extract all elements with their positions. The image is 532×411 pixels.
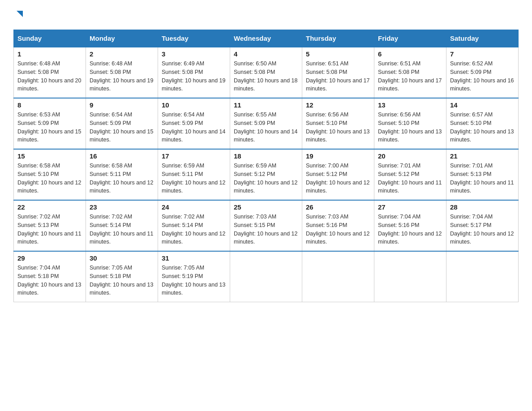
day-info: Sunrise: 6:57 AM Sunset: 5:10 PM Dayligh… [450, 111, 515, 144]
calendar-day-cell: 13 Sunrise: 6:56 AM Sunset: 5:10 PM Dayl… [374, 98, 446, 149]
day-number: 12 [306, 101, 370, 109]
day-info: Sunrise: 6:54 AM Sunset: 5:09 PM Dayligh… [90, 111, 154, 144]
calendar-day-cell [230, 251, 302, 302]
page-header [13, 9, 519, 21]
calendar-day-cell: 21 Sunrise: 7:01 AM Sunset: 5:13 PM Dayl… [446, 149, 519, 200]
calendar-day-cell: 4 Sunrise: 6:50 AM Sunset: 5:08 PM Dayli… [230, 47, 302, 98]
day-number: 2 [90, 50, 154, 58]
calendar-day-cell [446, 251, 519, 302]
day-number: 14 [450, 101, 515, 109]
day-number: 30 [90, 254, 154, 262]
day-number: 29 [17, 254, 82, 262]
day-number: 13 [378, 101, 442, 109]
calendar-header-row: SundayMondayTuesdayWednesdayThursdayFrid… [14, 30, 519, 47]
day-info: Sunrise: 6:56 AM Sunset: 5:10 PM Dayligh… [378, 111, 442, 144]
calendar-day-cell: 15 Sunrise: 6:58 AM Sunset: 5:10 PM Dayl… [14, 149, 86, 200]
calendar-day-cell: 11 Sunrise: 6:55 AM Sunset: 5:09 PM Dayl… [230, 98, 302, 149]
day-info: Sunrise: 7:01 AM Sunset: 5:12 PM Dayligh… [378, 162, 442, 195]
day-info: Sunrise: 7:05 AM Sunset: 5:19 PM Dayligh… [162, 264, 226, 297]
day-info: Sunrise: 6:55 AM Sunset: 5:09 PM Dayligh… [234, 111, 298, 144]
calendar-table: SundayMondayTuesdayWednesdayThursdayFrid… [13, 30, 519, 302]
day-info: Sunrise: 6:51 AM Sunset: 5:08 PM Dayligh… [306, 60, 370, 93]
day-info: Sunrise: 6:59 AM Sunset: 5:12 PM Dayligh… [234, 162, 298, 195]
calendar-day-cell: 27 Sunrise: 7:04 AM Sunset: 5:16 PM Dayl… [374, 200, 446, 251]
logo [13, 9, 25, 21]
calendar-day-cell: 18 Sunrise: 6:59 AM Sunset: 5:12 PM Dayl… [230, 149, 302, 200]
day-info: Sunrise: 6:59 AM Sunset: 5:11 PM Dayligh… [162, 162, 226, 195]
calendar-day-cell: 23 Sunrise: 7:02 AM Sunset: 5:14 PM Dayl… [86, 200, 158, 251]
day-info: Sunrise: 6:49 AM Sunset: 5:08 PM Dayligh… [162, 60, 226, 93]
weekday-header-monday: Monday [86, 30, 158, 47]
calendar-day-cell: 6 Sunrise: 6:51 AM Sunset: 5:08 PM Dayli… [374, 47, 446, 98]
calendar-week-row: 1 Sunrise: 6:48 AM Sunset: 5:08 PM Dayli… [14, 47, 519, 98]
day-info: Sunrise: 6:50 AM Sunset: 5:08 PM Dayligh… [234, 60, 298, 93]
day-number: 17 [162, 152, 226, 160]
day-number: 7 [450, 50, 515, 58]
calendar-day-cell: 7 Sunrise: 6:52 AM Sunset: 5:09 PM Dayli… [446, 47, 519, 98]
day-number: 18 [234, 152, 298, 160]
calendar-day-cell: 2 Sunrise: 6:48 AM Sunset: 5:08 PM Dayli… [86, 47, 158, 98]
weekday-header-sunday: Sunday [14, 30, 86, 47]
day-number: 5 [306, 50, 370, 58]
weekday-header-thursday: Thursday [302, 30, 374, 47]
calendar-day-cell: 30 Sunrise: 7:05 AM Sunset: 5:18 PM Dayl… [86, 251, 158, 302]
day-info: Sunrise: 7:01 AM Sunset: 5:13 PM Dayligh… [450, 162, 515, 195]
weekday-header-saturday: Saturday [446, 30, 519, 47]
calendar-week-row: 29 Sunrise: 7:04 AM Sunset: 5:18 PM Dayl… [14, 251, 519, 302]
calendar-day-cell: 16 Sunrise: 6:58 AM Sunset: 5:11 PM Dayl… [86, 149, 158, 200]
day-number: 22 [17, 203, 82, 211]
day-number: 11 [234, 101, 298, 109]
day-info: Sunrise: 7:02 AM Sunset: 5:13 PM Dayligh… [17, 213, 82, 246]
day-number: 25 [234, 203, 298, 211]
day-number: 15 [17, 152, 82, 160]
day-number: 21 [450, 152, 515, 160]
calendar-day-cell: 25 Sunrise: 7:03 AM Sunset: 5:15 PM Dayl… [230, 200, 302, 251]
day-number: 6 [378, 50, 442, 58]
calendar-week-row: 8 Sunrise: 6:53 AM Sunset: 5:09 PM Dayli… [14, 98, 519, 149]
day-number: 10 [162, 101, 226, 109]
calendar-day-cell: 9 Sunrise: 6:54 AM Sunset: 5:09 PM Dayli… [86, 98, 158, 149]
calendar-day-cell: 20 Sunrise: 7:01 AM Sunset: 5:12 PM Dayl… [374, 149, 446, 200]
calendar-day-cell: 3 Sunrise: 6:49 AM Sunset: 5:08 PM Dayli… [158, 47, 230, 98]
weekday-header-friday: Friday [374, 30, 446, 47]
day-info: Sunrise: 6:58 AM Sunset: 5:10 PM Dayligh… [17, 162, 82, 195]
calendar-day-cell: 22 Sunrise: 7:02 AM Sunset: 5:13 PM Dayl… [14, 200, 86, 251]
svg-marker-0 [17, 11, 23, 17]
day-number: 19 [306, 152, 370, 160]
day-info: Sunrise: 7:04 AM Sunset: 5:17 PM Dayligh… [450, 213, 515, 246]
calendar-day-cell: 26 Sunrise: 7:03 AM Sunset: 5:16 PM Dayl… [302, 200, 374, 251]
day-info: Sunrise: 7:05 AM Sunset: 5:18 PM Dayligh… [90, 264, 154, 297]
day-number: 23 [90, 203, 154, 211]
calendar-day-cell: 5 Sunrise: 6:51 AM Sunset: 5:08 PM Dayli… [302, 47, 374, 98]
day-info: Sunrise: 6:48 AM Sunset: 5:08 PM Dayligh… [17, 60, 82, 93]
calendar-week-row: 22 Sunrise: 7:02 AM Sunset: 5:13 PM Dayl… [14, 200, 519, 251]
day-info: Sunrise: 7:04 AM Sunset: 5:16 PM Dayligh… [378, 213, 442, 246]
day-info: Sunrise: 7:02 AM Sunset: 5:14 PM Dayligh… [90, 213, 154, 246]
day-number: 26 [306, 203, 370, 211]
day-info: Sunrise: 7:03 AM Sunset: 5:15 PM Dayligh… [234, 213, 298, 246]
calendar-day-cell [302, 251, 374, 302]
calendar-day-cell: 28 Sunrise: 7:04 AM Sunset: 5:17 PM Dayl… [446, 200, 519, 251]
calendar-day-cell: 17 Sunrise: 6:59 AM Sunset: 5:11 PM Dayl… [158, 149, 230, 200]
calendar-day-cell [374, 251, 446, 302]
day-info: Sunrise: 6:58 AM Sunset: 5:11 PM Dayligh… [90, 162, 154, 195]
logo-arrow-icon [15, 9, 25, 21]
day-info: Sunrise: 6:48 AM Sunset: 5:08 PM Dayligh… [90, 60, 154, 93]
day-number: 9 [90, 101, 154, 109]
day-number: 27 [378, 203, 442, 211]
weekday-header-wednesday: Wednesday [230, 30, 302, 47]
calendar-day-cell: 31 Sunrise: 7:05 AM Sunset: 5:19 PM Dayl… [158, 251, 230, 302]
day-number: 20 [378, 152, 442, 160]
day-number: 28 [450, 203, 515, 211]
calendar-week-row: 15 Sunrise: 6:58 AM Sunset: 5:10 PM Dayl… [14, 149, 519, 200]
calendar-day-cell: 10 Sunrise: 6:54 AM Sunset: 5:09 PM Dayl… [158, 98, 230, 149]
day-number: 16 [90, 152, 154, 160]
calendar-day-cell: 29 Sunrise: 7:04 AM Sunset: 5:18 PM Dayl… [14, 251, 86, 302]
day-info: Sunrise: 6:52 AM Sunset: 5:09 PM Dayligh… [450, 60, 515, 93]
calendar-day-cell: 8 Sunrise: 6:53 AM Sunset: 5:09 PM Dayli… [14, 98, 86, 149]
calendar-day-cell: 1 Sunrise: 6:48 AM Sunset: 5:08 PM Dayli… [14, 47, 86, 98]
day-info: Sunrise: 6:51 AM Sunset: 5:08 PM Dayligh… [378, 60, 442, 93]
day-number: 1 [17, 50, 82, 58]
weekday-header-tuesday: Tuesday [158, 30, 230, 47]
day-info: Sunrise: 7:04 AM Sunset: 5:18 PM Dayligh… [17, 264, 82, 297]
